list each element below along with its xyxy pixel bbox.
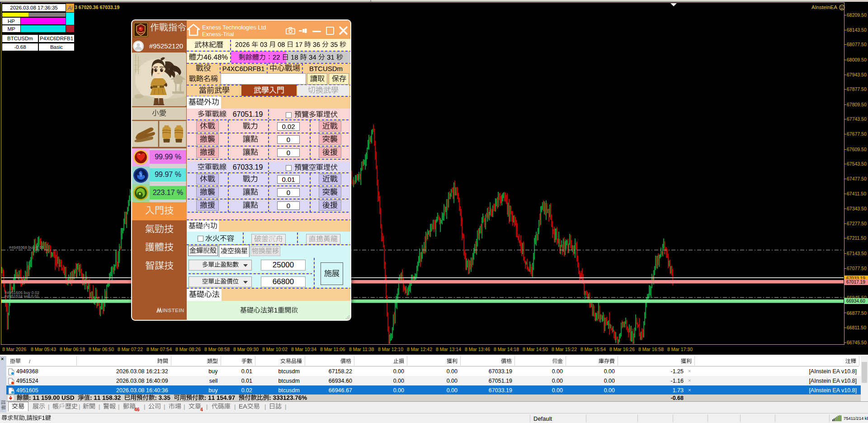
svg-text:INSTEIN: INSTEIN (162, 307, 184, 314)
